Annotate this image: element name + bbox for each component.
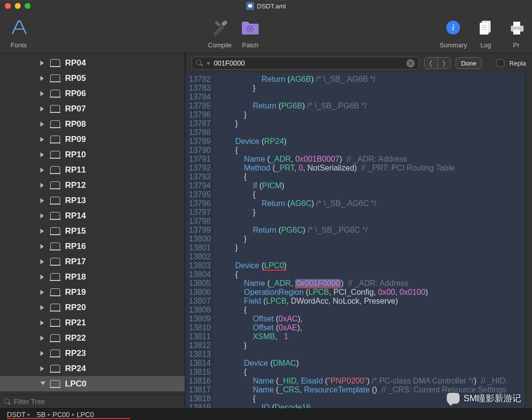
chevron-right-icon[interactable] [40,168,45,173]
chevron-right-icon[interactable] [40,229,45,234]
search-next-button[interactable]: 〉 [437,58,450,69]
tree-item-label: RP08 [65,119,86,129]
chevron-right-icon[interactable] [40,76,45,81]
search-input[interactable]: ▼ 001F0000 ✕ [192,57,419,70]
tree-item-lpc0[interactable]: LPC0 [0,376,185,391]
tree-item-rp18[interactable]: RP18 [0,269,185,284]
chevron-right-icon[interactable] [40,213,45,218]
search-prev-button[interactable]: 〈 [425,58,437,69]
printer-icon [504,16,528,39]
device-icon [50,197,60,205]
tree-item-rp23[interactable]: RP23 [0,346,185,361]
code-editor[interactable]: 1378213783137841378513786137871378813789… [185,73,532,408]
chevron-right-icon[interactable] [40,336,45,341]
summary-button[interactable]: i Summary [439,16,467,49]
tree-item-rp17[interactable]: RP17 [0,254,185,269]
tree-item-rp16[interactable]: RP16 [0,239,185,254]
breadcrumb-item[interactable]: PC00 [53,411,70,419]
tree-item-label: RP19 [65,287,86,297]
device-tree[interactable]: RP04RP05RP06RP07RP08RP09RP10RP11RP12RP13… [0,53,185,394]
chevron-right-icon[interactable] [40,305,45,310]
compile-button[interactable]: Compile [208,16,232,49]
tree-item-rp13[interactable]: RP13 [0,193,185,208]
tree-item-rp09[interactable]: RP09 [0,132,185,147]
device-icon [50,334,60,342]
print-button[interactable]: Pr [504,16,528,49]
chevron-right-icon[interactable] [40,244,45,249]
tree-item-rp21[interactable]: RP21 [0,315,185,330]
device-icon [50,288,60,296]
tree-item-rp04[interactable]: RP04 [0,55,185,70]
tree-item-label: RP15 [65,226,86,236]
chevron-right-icon[interactable] [40,259,45,264]
chevron-right-icon[interactable] [40,275,45,280]
tree-item-label: LPC0 [65,379,86,389]
code-content[interactable]: Return (AG6B) /* \_SB_.AG6B */ } Return … [214,73,525,408]
tree-item-rp05[interactable]: RP05 [0,70,185,86]
tree-item-rp10[interactable]: RP10 [0,147,185,162]
svg-rect-6 [480,23,489,35]
breadcrumb-item[interactable]: LPC0 [77,411,94,419]
device-icon [50,227,60,235]
chevron-right-icon[interactable] [40,122,45,127]
tree-item-rp19[interactable]: RP19 [0,284,185,300]
tree-item-label: RP17 [65,257,86,267]
tree-item-rp06[interactable]: RP06 [0,86,185,101]
tree-item-label: RP18 [65,272,86,282]
search-bar: ▼ 001F0000 ✕ 〈 〉 Done Repla [185,53,532,73]
chevron-right-icon[interactable] [40,61,45,66]
svg-point-2 [249,28,252,31]
chevron-right-icon: ▸ [28,411,31,418]
replace-checkbox[interactable] [497,59,504,67]
svg-rect-11 [513,22,520,27]
tools-icon [208,16,232,39]
chevron-right-icon[interactable] [40,152,45,157]
close-window-button[interactable] [5,3,11,9]
log-button[interactable]: Log [474,16,498,49]
tree-item-rp11[interactable]: RP11 [0,162,185,177]
chevron-right-icon: ▸ [48,411,51,418]
device-icon [50,304,60,312]
fonts-button[interactable]: Fonts [7,16,31,49]
chevron-right-icon[interactable] [40,106,45,111]
chevron-down-icon[interactable] [40,382,45,386]
device-icon [50,59,60,67]
patch-button[interactable]: Patch [238,16,262,49]
chevron-right-icon[interactable] [40,351,45,356]
done-button[interactable]: Done [456,57,482,69]
tree-item-rp07[interactable]: RP07 [0,101,185,116]
tree-item-rp15[interactable]: RP15 [0,223,185,239]
device-icon [50,105,60,113]
chevron-right-icon[interactable] [40,198,45,203]
chevron-right-icon[interactable] [40,137,45,142]
tree-item-rp08[interactable]: RP08 [0,116,185,132]
tree-item-rp14[interactable]: RP14 [0,208,185,223]
tree-item-rp20[interactable]: RP20 [0,300,185,315]
line-gutter: 1378213783137841378513786137871378813789… [185,73,214,408]
chevron-right-icon[interactable] [40,91,45,96]
tree-item-rp24[interactable]: RP24 [0,361,185,376]
device-icon [50,181,60,189]
chevron-right-icon[interactable] [40,366,45,371]
breadcrumb-item[interactable]: _SB [33,411,45,419]
documents-icon [474,16,498,39]
svg-rect-12 [513,30,520,35]
breadcrumb-item[interactable]: DSDT [7,411,26,419]
chevron-right-icon[interactable] [40,290,45,295]
tree-item-label: RP16 [65,242,86,251]
chevron-right-icon: ▸ [72,411,75,418]
tree-item-label: RP12 [65,180,86,190]
tree-item-label: RP09 [65,135,86,144]
minimize-window-button[interactable] [15,3,21,9]
vertical-scrollbar[interactable] [525,73,532,408]
chevron-down-icon[interactable]: ▼ [206,61,211,66]
filter-tree-input[interactable]: Filter Tree [0,394,185,408]
chevron-right-icon[interactable] [40,320,45,325]
zoom-window-button[interactable] [25,3,31,9]
titlebar: DSDT.aml [0,0,532,12]
clear-search-button[interactable]: ✕ [406,59,415,68]
replace-label: Repla [509,60,526,67]
tree-item-rp22[interactable]: RP22 [0,330,185,346]
chevron-right-icon[interactable] [40,183,45,188]
tree-item-rp12[interactable]: RP12 [0,177,185,193]
